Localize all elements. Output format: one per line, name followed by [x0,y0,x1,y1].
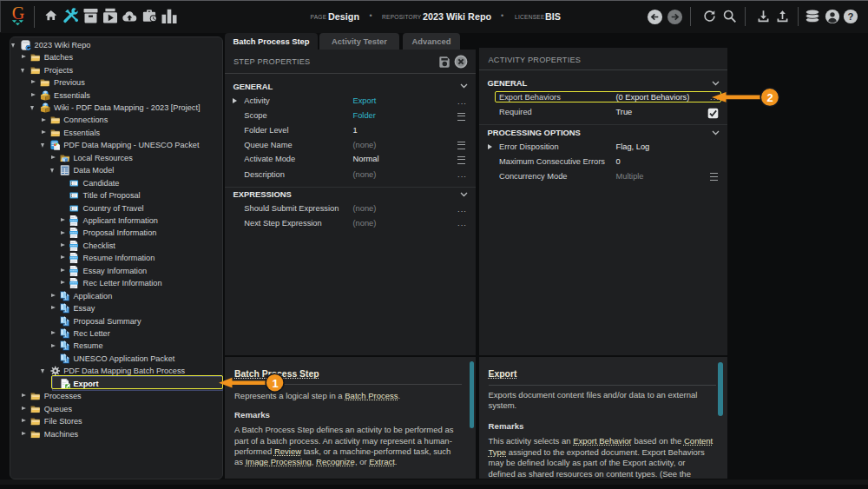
svg-text:G: G [12,3,24,23]
